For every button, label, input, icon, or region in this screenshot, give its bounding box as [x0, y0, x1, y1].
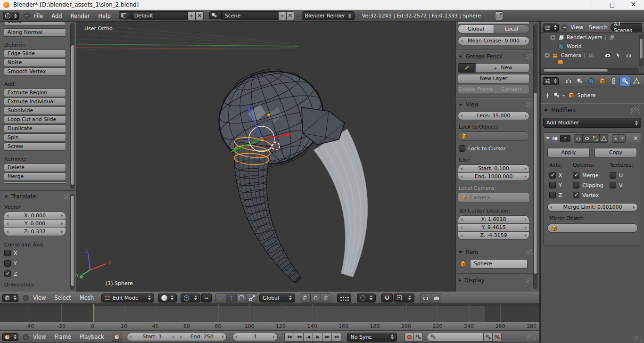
tool-button-spin[interactable]: Spin: [4, 133, 66, 142]
tab-object[interactable]: [597, 76, 608, 86]
screen-layout-selector[interactable]: Default: [131, 11, 188, 20]
snap-toggle[interactable]: [381, 294, 393, 302]
insert-keyframe-button[interactable]: [483, 333, 493, 342]
window-duplicate-button[interactable]: [495, 11, 503, 20]
modifiers-panel-header[interactable]: Modifiers: [541, 103, 644, 114]
merge-checkbox[interactable]: Merge: [573, 172, 610, 179]
convert-button[interactable]: Convert: [494, 85, 530, 94]
timeline-tracks[interactable]: [0, 304, 539, 322]
translate-y-field[interactable]: Y: 0.000: [4, 220, 66, 228]
active-keying-set-field[interactable]: [427, 333, 483, 342]
properties-editor-selector[interactable]: [543, 77, 559, 85]
collapse-menus-icon[interactable]: −: [24, 13, 30, 19]
vertex-groups-checkbox[interactable]: Vertex: [573, 192, 599, 198]
tab-local[interactable]: Local: [494, 24, 530, 33]
viewport-3d[interactable]: User Ortho (1) Sphere X Y Z: [76, 22, 455, 292]
tool-button-merge[interactable]: Merge: [4, 172, 66, 181]
menu-select[interactable]: Select: [54, 294, 71, 301]
outliner-row-camera[interactable]: Camera |: [541, 51, 644, 60]
tab-scene[interactable]: [574, 76, 585, 86]
outliner-hscrollbar[interactable]: [542, 68, 639, 73]
tool-button-duplicate[interactable]: Duplicate: [4, 124, 66, 133]
modifier-move-down-button[interactable]: [619, 134, 626, 143]
new-layer-button[interactable]: New Layer: [458, 74, 529, 83]
item-name-field[interactable]: Sphere: [470, 259, 528, 269]
selectability-arrow-icon[interactable]: [615, 52, 621, 58]
viewport-shading-selector[interactable]: [158, 294, 177, 302]
prev-keyframe-button[interactable]: ◀◀: [294, 333, 304, 342]
delete-keyframe-button[interactable]: [492, 333, 502, 342]
render-engine-selector[interactable]: Blender Render: [302, 11, 355, 20]
lock-to-cursor-checkbox[interactable]: Lock to Cursor: [459, 145, 539, 152]
delete-frame-button[interactable]: Delete Frame: [458, 85, 494, 94]
sync-mode-selector[interactable]: No Sync: [347, 333, 397, 342]
menu-file[interactable]: File: [34, 13, 43, 19]
add-modifier-dropdown[interactable]: Add Modifier: [543, 118, 641, 128]
auto-keying-set-button[interactable]: [413, 333, 423, 342]
tab-render[interactable]: [563, 76, 574, 86]
menu-frame[interactable]: Frame: [54, 334, 71, 340]
tool-button-delete[interactable]: Delete: [4, 163, 66, 172]
tool-button-partial-bottom[interactable]: [4, 181, 66, 184]
timeline-playhead[interactable]: [93, 304, 94, 322]
textures-u-checkbox[interactable]: U: [610, 172, 623, 179]
preview-range-toggle[interactable]: [112, 333, 122, 342]
close-button[interactable]: ×: [623, 0, 644, 10]
modifier-name-field[interactable]: r: [560, 135, 570, 142]
modifier-copy-button[interactable]: Copy: [594, 148, 637, 157]
add-scene-button[interactable]: ＋: [278, 11, 286, 20]
editor-type-selector[interactable]: [3, 12, 19, 20]
expand-icon[interactable]: [550, 35, 555, 40]
manipulator-translate-button[interactable]: [226, 294, 237, 302]
outliner-row-partial[interactable]: [541, 60, 644, 64]
textures-v-checkbox[interactable]: V: [610, 182, 623, 188]
timeline-editor-selector[interactable]: [2, 333, 18, 341]
play-reverse-button[interactable]: ◀: [303, 333, 313, 342]
local-camera-field[interactable]: Camera: [458, 193, 529, 202]
tool-button-along-normal[interactable]: Along Normal: [4, 28, 66, 37]
screen-layout-icon-button[interactable]: [119, 11, 131, 19]
lock-to-object-field[interactable]: [458, 131, 529, 141]
menu-add[interactable]: Add: [51, 13, 62, 19]
next-keyframe-button[interactable]: ▶▶: [322, 333, 332, 342]
clip-start-field[interactable]: Start: 0.100: [458, 164, 529, 173]
manipulator-scale-button[interactable]: [247, 294, 257, 302]
vertex-select-button[interactable]: [300, 294, 311, 302]
mean-crease-field[interactable]: Mean Crease: 0.000: [458, 37, 529, 45]
timeline-ruler[interactable]: -40-200204060801001201401601802002202402…: [0, 322, 539, 331]
edge-select-button[interactable]: [310, 294, 321, 302]
grease-pencil-new-button[interactable]: ＋New: [475, 63, 529, 73]
clip-end-field[interactable]: End: 1000.000: [458, 172, 529, 181]
menu-view[interactable]: View: [33, 294, 46, 301]
scene-selector[interactable]: Scene: [222, 11, 278, 20]
outliner-menu-search[interactable]: Search: [589, 24, 608, 31]
tool-button-extrude-individual[interactable]: Extrude Individual: [4, 98, 66, 106]
modifier-delete-icon[interactable]: ✕: [633, 135, 638, 142]
translate-x-field[interactable]: X: 0.000: [4, 212, 66, 220]
mode-selector[interactable]: Edit Mode: [101, 294, 154, 302]
pivot-point-selector[interactable]: [181, 294, 200, 302]
tool-button-extrude-region[interactable]: Extrude Region: [4, 89, 66, 97]
constraint-y-checkbox[interactable]: Y: [4, 260, 76, 267]
delete-layout-button[interactable]: ✕: [196, 11, 204, 20]
proportional-edit-selector[interactable]: [357, 294, 376, 302]
jump-to-end-button[interactable]: ▶▮: [331, 333, 341, 342]
view-panel-header[interactable]: View: [456, 98, 539, 108]
display-panel-header[interactable]: Display: [456, 274, 539, 284]
outliner-vscrollbar[interactable]: [639, 34, 643, 66]
manipulator-axes-button[interactable]: [215, 294, 226, 302]
menu-help[interactable]: Help: [98, 13, 110, 19]
frame-end-field[interactable]: End: 250: [177, 333, 227, 341]
collapse-menus-icon[interactable]: −: [561, 24, 568, 31]
manipulator-rotate-button[interactable]: [236, 294, 247, 302]
lens-field[interactable]: Lens: 35.000: [458, 112, 529, 120]
snap-element-selector[interactable]: [394, 294, 414, 302]
outliner-display-filter[interactable]: All Scenes: [611, 23, 642, 32]
cursor-x-field[interactable]: X: 1.6018: [458, 215, 529, 224]
translate-panel-scrollbar[interactable]: [70, 194, 74, 290]
play-button[interactable]: ▶: [313, 333, 322, 342]
modifier-render-toggle[interactable]: [574, 134, 583, 143]
tool-button-partial[interactable]: Scale: [4, 22, 66, 25]
constraint-x-checkbox[interactable]: X: [4, 250, 76, 256]
translate-z-field[interactable]: Z: 0.337: [4, 228, 66, 236]
